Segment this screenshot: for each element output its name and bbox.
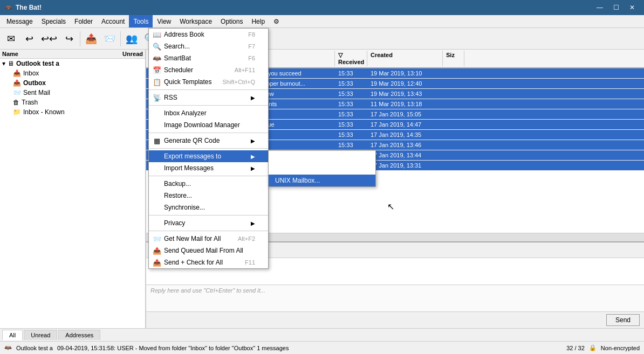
menu-restore[interactable]: Restore... bbox=[149, 190, 268, 202]
email-size bbox=[443, 151, 464, 159]
menu-gear[interactable]: ⚙ bbox=[269, 15, 284, 27]
menu-scheduler-shortcut: Alt+F11 bbox=[235, 67, 255, 73]
folder-inbox-known[interactable]: 📁 Inbox - Known bbox=[0, 107, 145, 117]
folder-trash[interactable]: 🗑 Trash bbox=[0, 98, 145, 107]
menu-inbox-analyzer-label: Inbox Analyzer bbox=[164, 109, 207, 117]
menu-sep-7 bbox=[149, 231, 268, 231]
menu-privacy[interactable]: Privacy ▶ bbox=[149, 217, 268, 229]
reply-box[interactable]: Reply here and use "Ctrl+Enter" to send … bbox=[146, 284, 644, 311]
privacy-icon bbox=[152, 218, 162, 228]
tab-unread[interactable]: Unread bbox=[24, 330, 57, 340]
folder-trash-label: Trash bbox=[22, 99, 38, 106]
menu-options[interactable]: Options bbox=[216, 15, 247, 27]
status-bat-icon: 🦇 bbox=[4, 344, 12, 351]
folder-outlook-test-a[interactable]: ▾ 🖥 Outlook test a bbox=[0, 59, 145, 68]
status-right: 32 / 32 🔒 Non-encrypted bbox=[566, 344, 640, 351]
maximize-button[interactable]: ☐ bbox=[608, 2, 624, 13]
folder-inbox[interactable]: 📥 Inbox bbox=[0, 68, 145, 78]
tools-dropdown-menu: 📖 Address Book F8 🔍 Search... F7 🦇 Smart… bbox=[148, 28, 269, 269]
folder-known-label: Inbox - Known bbox=[23, 108, 65, 116]
email-size bbox=[443, 162, 464, 169]
menu-send-check[interactable]: 📤 Send + Check for All F11 bbox=[149, 256, 268, 268]
toolbar-reply[interactable]: ↩ bbox=[20, 30, 38, 47]
title-bar-left: 🦇 The Bat! bbox=[4, 4, 42, 11]
status-left: 🦇 Outlook test a 09-04-2019, 15:31:58: U… bbox=[4, 344, 289, 351]
menu-export-label: Export messages to bbox=[164, 152, 221, 160]
menu-export-messages[interactable]: Export messages to ▶ Message files (.MSG… bbox=[149, 150, 268, 162]
menu-get-new-mail-label: Get New Mail for All bbox=[164, 235, 221, 242]
col-header-received[interactable]: ▽ Received bbox=[335, 51, 367, 66]
menu-get-new-mail[interactable]: 📨 Get New Mail for All Alt+F2 bbox=[149, 233, 268, 245]
menu-folder[interactable]: Folder bbox=[70, 15, 97, 27]
menu-export-unix[interactable]: UNIX Mailbox... bbox=[269, 175, 375, 186]
menu-help[interactable]: Help bbox=[247, 15, 269, 27]
email-created: 17 Jan 2019, 14:35 bbox=[367, 131, 443, 138]
col-header-created[interactable]: Created bbox=[367, 51, 443, 66]
menu-workspace[interactable]: Workspace bbox=[175, 15, 216, 27]
menu-address-book[interactable]: 📖 Address Book F8 bbox=[149, 29, 268, 40]
email-received: 15:33 bbox=[335, 100, 367, 108]
menu-sep-3 bbox=[149, 133, 268, 133]
menu-view[interactable]: View bbox=[153, 15, 175, 27]
email-size bbox=[443, 121, 464, 128]
rss-arrow: ▶ bbox=[251, 95, 255, 101]
folder-trash-icon: 🗑 bbox=[13, 99, 19, 106]
menu-scheduler[interactable]: 📅 Scheduler Alt+F11 bbox=[149, 64, 268, 76]
close-button[interactable]: ✕ bbox=[625, 2, 640, 13]
menu-send-queued[interactable]: 📤 Send Queued Mail From All bbox=[149, 245, 268, 256]
tab-addresses[interactable]: Addresses bbox=[58, 330, 100, 340]
menu-tools[interactable]: Tools bbox=[129, 15, 153, 27]
menu-image-download[interactable]: Image Download Manager bbox=[149, 119, 268, 131]
col-header-size[interactable]: Siz bbox=[443, 51, 464, 66]
email-created: 19 Mar 2019, 12:40 bbox=[367, 80, 443, 87]
toolbar-address[interactable]: 👥 bbox=[123, 30, 140, 47]
menu-export-msg[interactable]: Message files (.MSG)... bbox=[269, 151, 375, 163]
menu-inbox-analyzer[interactable]: Inbox Analyzer bbox=[149, 107, 268, 119]
folder-tree: ▾ 🖥 Outlook test a 📥 Inbox 📤 Outbox 📨 Se… bbox=[0, 59, 145, 328]
menu-quick-templates[interactable]: 📋 Quick Templates Shift+Ctrl+Q bbox=[149, 76, 268, 88]
status-lock-icon: 🔒 bbox=[589, 344, 597, 351]
menu-message[interactable]: Message bbox=[2, 15, 37, 27]
menu-export-eml-label: Message files (.EML)... bbox=[275, 165, 341, 172]
email-created: 11 Mar 2019, 13:18 bbox=[367, 100, 443, 108]
menu-export-eml[interactable]: Message files (.EML)... bbox=[269, 163, 375, 175]
menu-import-messages[interactable]: Import Messages ▶ bbox=[149, 162, 268, 174]
folder-outbox[interactable]: 📤 Outbox bbox=[0, 78, 145, 88]
toolbar-send[interactable]: 📤 bbox=[83, 30, 100, 47]
send-button[interactable]: Send bbox=[606, 314, 640, 326]
status-count: 32 / 32 bbox=[566, 345, 585, 351]
email-received: 15:33 bbox=[335, 90, 367, 98]
toolbar-forward[interactable]: ↪ bbox=[60, 30, 78, 47]
menu-smartbat[interactable]: 🦇 SmartBat F6 bbox=[149, 52, 268, 64]
email-size bbox=[443, 80, 464, 87]
bottom-tabs: All Unread Addresses bbox=[0, 328, 644, 341]
folder-inbox-icon: 📥 bbox=[13, 70, 21, 77]
toolbar-check-mail[interactable]: 📨 bbox=[101, 30, 118, 47]
menu-qr-code[interactable]: ▦ Generate QR Code ▶ bbox=[149, 135, 268, 147]
menu-privacy-label: Privacy bbox=[164, 219, 185, 227]
toolbar-reply-all[interactable]: ↩↩ bbox=[39, 30, 59, 47]
menu-rss[interactable]: 📡 RSS ▶ bbox=[149, 92, 268, 103]
toolbar-new[interactable]: ✉ bbox=[2, 30, 19, 47]
menu-image-download-label: Image Download Manager bbox=[164, 121, 240, 129]
main-layout: Name Unread ▾ 🖥 Outlook test a 📥 Inbox 📤… bbox=[0, 50, 644, 328]
scheduler-icon: 📅 bbox=[152, 65, 162, 75]
address-book-icon: 📖 bbox=[152, 30, 162, 39]
status-message: 09-04-2019, 15:31:58: USER - Moved from … bbox=[57, 345, 289, 351]
menu-specials[interactable]: Specials bbox=[37, 15, 70, 27]
sidebar-col-unread: Unread bbox=[111, 51, 143, 57]
rss-icon: 📡 bbox=[152, 93, 162, 102]
folder-sent[interactable]: 📨 Sent Mail bbox=[0, 88, 145, 98]
menu-search[interactable]: 🔍 Search... F7 bbox=[149, 40, 268, 52]
menu-sep-6 bbox=[149, 215, 268, 216]
menu-get-mail-shortcut: Alt+F2 bbox=[238, 235, 255, 242]
menu-backup[interactable]: Backup... bbox=[149, 178, 268, 190]
menu-sep-5 bbox=[149, 176, 268, 176]
email-created: 17 Jan 2019, 14:47 bbox=[367, 121, 443, 128]
menu-account[interactable]: Account bbox=[97, 15, 129, 27]
minimize-button[interactable]: — bbox=[592, 2, 607, 13]
tab-all[interactable]: All bbox=[2, 330, 23, 341]
menu-synchronise[interactable]: Synchronise... bbox=[149, 202, 268, 213]
menu-export-msg-label: Message files (.MSG)... bbox=[275, 153, 342, 161]
menu-address-book-label: Address Book bbox=[164, 31, 204, 38]
